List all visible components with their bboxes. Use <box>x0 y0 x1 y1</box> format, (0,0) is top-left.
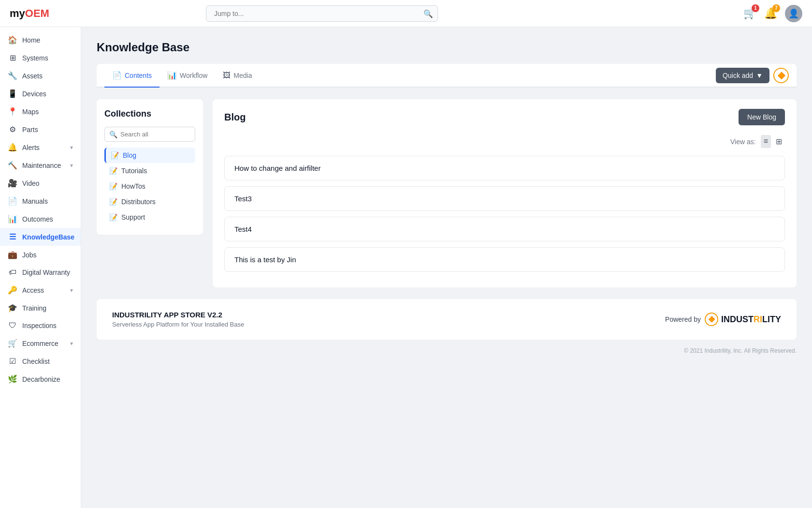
sidebar-item-label: Digital Warranty <box>22 269 70 276</box>
tab-label: Contents <box>125 72 152 79</box>
industrility-logo[interactable]: 🔶 <box>773 68 789 83</box>
sidebar-item-access[interactable]: 🔑 Access ▾ <box>0 281 81 299</box>
quick-add-button[interactable]: Quick add ▼ <box>716 68 769 83</box>
blog-panel: Blog New Blog View as: ≡ ⊞ How to change… <box>213 99 797 287</box>
cart-badge: 1 <box>752 4 759 12</box>
avatar[interactable]: 👤 <box>785 5 802 22</box>
powered-by: Powered by 🔶 INDUSTRILITY <box>665 313 781 326</box>
industrility-brand: 🔶 INDUSTRILITY <box>705 313 781 326</box>
blog-header: Blog New Blog <box>224 109 785 125</box>
collection-item-howtos[interactable]: 📝 HowTos <box>104 179 195 194</box>
cart-button[interactable]: 🛒 1 <box>743 7 756 20</box>
collection-item-label: Distributors <box>121 198 156 206</box>
knowledgebase-icon: ☰ <box>8 232 17 241</box>
collection-item-icon: 📝 <box>109 198 117 206</box>
view-icons: ≡ ⊞ <box>761 135 785 148</box>
collection-item-icon: 📝 <box>109 182 117 190</box>
collections-title: Collections <box>104 109 195 119</box>
sidebar-item-decarbonize[interactable]: 🌿 Decarbonize <box>0 370 81 388</box>
sidebar-item-parts[interactable]: ⚙ Parts <box>0 120 81 138</box>
collection-item-icon: 📝 <box>109 167 117 175</box>
footer-panel: INDUSTRILITY APP STORE V2.2 Serverless A… <box>97 299 797 340</box>
sidebar-item-systems[interactable]: ⊞ Systems <box>0 49 81 67</box>
sidebar-item-label: Maintenance <box>22 162 61 169</box>
layout: 🏠 Home ⊞ Systems 🔧 Assets 📱 Devices 📍 Ma… <box>0 27 812 508</box>
tabs-bar: 📄 Contents 📊 Workflow 🖼 Media Quick add … <box>97 64 797 88</box>
sidebar-item-inspections[interactable]: 🛡 Inspections <box>0 317 81 334</box>
collection-item-label: Support <box>121 213 145 221</box>
powered-by-label: Powered by <box>665 315 701 323</box>
blog-post-item[interactable]: Test3 <box>224 186 785 211</box>
tab-workflow[interactable]: 📊 Workflow <box>160 64 215 88</box>
chevron-down-icon: ▾ <box>70 340 73 347</box>
sidebar-item-label: Maps <box>22 108 39 116</box>
copyright: © 2021 Industrility, Inc. All Rights Res… <box>97 347 797 354</box>
chevron-down-icon: ▾ <box>70 144 73 151</box>
chevron-down-icon: ▾ <box>70 287 73 294</box>
grid-view-button[interactable]: ⊞ <box>773 135 785 148</box>
industrility-logo-icon: 🔶 <box>705 313 718 326</box>
digital-warranty-icon: 🏷 <box>8 268 17 277</box>
search-icon: 🔍 <box>423 9 433 18</box>
collection-item-support[interactable]: 📝 Support <box>104 209 195 225</box>
blog-post-title: How to change and airfilter <box>234 164 320 172</box>
sidebar-item-label: Ecommerce <box>22 340 58 347</box>
sidebar-item-checklist[interactable]: ☑ Checklist <box>0 352 81 370</box>
collection-item-icon: 📝 <box>109 213 117 221</box>
blog-post-item[interactable]: This is a test by Jin <box>224 247 785 272</box>
collection-item-tutorials[interactable]: 📝 Tutorials <box>104 163 195 179</box>
blog-post-title: This is a test by Jin <box>234 255 296 264</box>
collections-search: 🔍 <box>104 127 195 142</box>
chevron-down-icon: ▼ <box>756 72 763 79</box>
assets-icon: 🔧 <box>8 71 17 80</box>
top-navigation: myOEM 🔍 🛒 1 🔔 7 👤 <box>0 0 812 27</box>
content-area: Collections 🔍 📝 Blog 📝 Tutorials 📝 HowTo… <box>97 99 797 287</box>
collection-item-blog[interactable]: 📝 Blog <box>104 148 195 163</box>
sidebar-item-ecommerce[interactable]: 🛒 Ecommerce ▾ <box>0 334 81 352</box>
sidebar-item-label: Access <box>22 286 44 294</box>
sidebar-item-maintenance[interactable]: 🔨 Maintenance ▾ <box>0 156 81 174</box>
list-view-button[interactable]: ≡ <box>761 135 771 148</box>
tab-label: Workflow <box>180 72 207 79</box>
sidebar-item-assets[interactable]: 🔧 Assets <box>0 67 81 85</box>
blog-post-item[interactable]: Test4 <box>224 217 785 241</box>
sidebar-item-label: Alerts <box>22 144 40 151</box>
collections-search-input[interactable] <box>104 127 195 142</box>
collection-item-icon: 📝 <box>111 151 119 159</box>
collections-panel: Collections 🔍 📝 Blog 📝 Tutorials 📝 HowTo… <box>97 99 203 235</box>
sidebar-item-alerts[interactable]: 🔔 Alerts ▾ <box>0 138 81 156</box>
notification-badge: 7 <box>772 4 780 12</box>
notifications-button[interactable]: 🔔 7 <box>764 7 777 20</box>
sidebar-item-label: Decarbonize <box>22 375 60 383</box>
collection-item-distributors[interactable]: 📝 Distributors <box>104 194 195 209</box>
tab-contents[interactable]: 📄 Contents <box>104 64 160 88</box>
sidebar-item-home[interactable]: 🏠 Home <box>0 31 81 49</box>
sidebar-item-outcomes[interactable]: 📊 Outcomes <box>0 210 81 228</box>
sidebar-item-devices[interactable]: 📱 Devices <box>0 85 81 103</box>
blog-post-item[interactable]: How to change and airfilter <box>224 156 785 180</box>
tab-actions: Quick add ▼ 🔶 <box>716 68 789 83</box>
media-tab-icon: 🖼 <box>223 71 231 80</box>
sidebar-item-label: Training <box>22 304 46 312</box>
sidebar-item-digital-warranty[interactable]: 🏷 Digital Warranty <box>0 264 81 281</box>
sidebar-item-manuals[interactable]: 📄 Manuals <box>0 192 81 210</box>
sidebar-item-jobs[interactable]: 💼 Jobs <box>0 246 81 264</box>
collection-item-label: HowTos <box>121 182 145 190</box>
sidebar-item-video[interactable]: 🎥 Video <box>0 174 81 192</box>
main-content: Knowledge Base 📄 Contents 📊 Workflow 🖼 M… <box>81 27 812 508</box>
sidebar-item-maps[interactable]: 📍 Maps <box>0 103 81 120</box>
tab-media[interactable]: 🖼 Media <box>215 64 260 88</box>
checklist-icon: ☑ <box>8 357 17 366</box>
sidebar-item-training[interactable]: 🎓 Training <box>0 299 81 317</box>
sidebar-item-label: Outcomes <box>22 215 53 223</box>
brand-name: INDUSTRILITY <box>721 314 781 325</box>
outcomes-icon: 📊 <box>8 214 17 224</box>
quick-add-label: Quick add <box>723 72 753 79</box>
chevron-down-icon: ▾ <box>70 162 73 169</box>
logo[interactable]: myOEM <box>10 7 49 20</box>
new-blog-button[interactable]: New Blog <box>739 109 785 125</box>
search-input[interactable] <box>206 5 438 22</box>
sidebar: 🏠 Home ⊞ Systems 🔧 Assets 📱 Devices 📍 Ma… <box>0 27 81 508</box>
decarbonize-icon: 🌿 <box>8 374 17 384</box>
sidebar-item-knowledgebase[interactable]: ☰ KnowledgeBase <box>0 228 81 246</box>
